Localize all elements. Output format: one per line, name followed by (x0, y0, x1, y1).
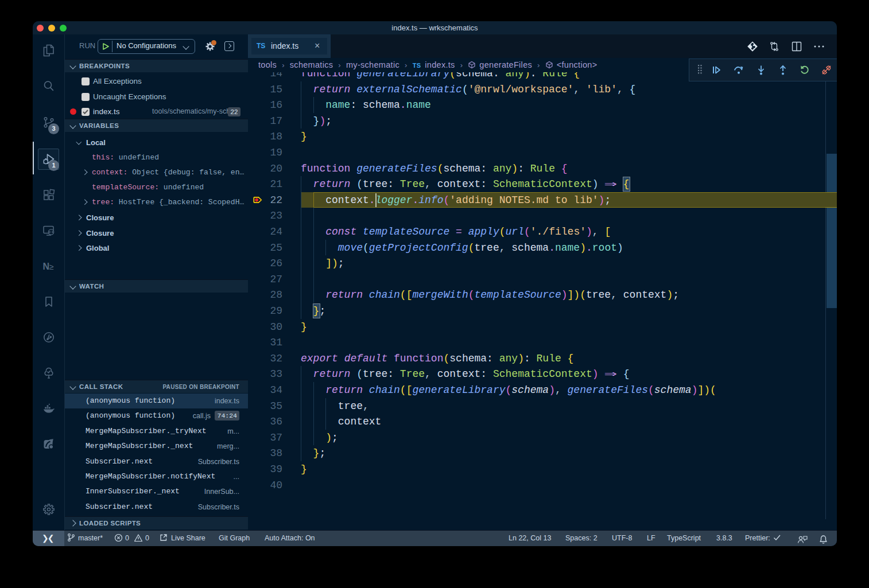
svg-text:N: N (43, 262, 50, 271)
svg-text:≥: ≥ (49, 262, 54, 271)
